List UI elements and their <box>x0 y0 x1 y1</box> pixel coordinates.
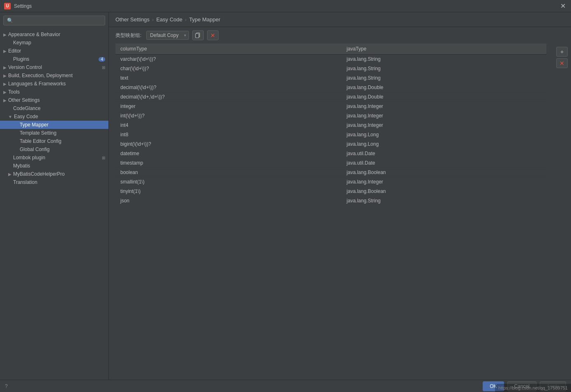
java-type-cell: java.util.Date <box>342 158 546 168</box>
arrow-icon: ▶ <box>3 65 7 70</box>
sidebar-item-lombok-plugin[interactable]: Lombok plugin⊞ <box>0 154 108 162</box>
table-row[interactable]: smallint(1\)java.lang.Integer <box>115 177 546 187</box>
delete-row-button[interactable]: ✕ <box>556 58 568 68</box>
column-type-cell: text <box>115 73 342 83</box>
toolbar: 类型映射组: Default CopyDefault ✕ <box>109 27 571 44</box>
column-type-cell: bigint(\(\d+\))? <box>115 140 342 149</box>
column-type-cell: varchar(\(\d+\))? <box>115 55 342 64</box>
java-type-cell: java.lang.Integer <box>342 121 546 130</box>
java-type-cell: java.lang.Double <box>342 83 546 92</box>
sidebar-item-global-config[interactable]: Global Config <box>0 145 108 154</box>
arrow-icon: ▼ <box>8 115 12 119</box>
sidebar-item-keymap[interactable]: Keymap <box>0 39 108 47</box>
java-type-cell: java.lang.Integer <box>342 111 546 121</box>
column-type-cell: int4 <box>115 121 342 130</box>
column-type-cell: int8 <box>115 130 342 140</box>
toolbar-label: 类型映射组: <box>115 32 141 39</box>
sidebar: ▶Appearance & BehaviorKeymap▶EditorPlugi… <box>0 12 109 380</box>
java-type-cell: java.util.Date <box>342 149 546 158</box>
sidebar-item-label: CodeGlance <box>13 105 105 111</box>
sidebar-item-label: Easy Code <box>14 114 105 119</box>
sidebar-item-label: Version Control <box>8 64 100 70</box>
sidebar-item-label: Translation <box>13 179 105 185</box>
sidebar-item-type-mapper[interactable]: Type Mapper <box>0 121 108 129</box>
java-type-cell: java.lang.Integer <box>342 177 546 187</box>
column-type-cell: timestamp <box>115 158 342 168</box>
right-actions: + ✕ <box>553 44 571 380</box>
svg-rect-1 <box>196 34 199 38</box>
table-row[interactable]: timestampjava.util.Date <box>115 158 546 168</box>
group-dropdown[interactable]: Default CopyDefault <box>146 31 189 40</box>
app-icon: U <box>4 3 11 9</box>
copy-icon: ⊞ <box>102 65 105 70</box>
table-row[interactable]: tinyint(1\)java.lang.Boolean <box>115 187 546 196</box>
column-type-cell: tinyint(1\) <box>115 187 342 196</box>
sidebar-item-easy-code[interactable]: ▼Easy Code <box>0 112 108 121</box>
breadcrumb-separator: › <box>152 16 154 23</box>
column-type-cell: json <box>115 196 342 206</box>
table-row[interactable]: int8java.lang.Long <box>115 130 546 140</box>
sidebar-item-label: Mybatis <box>13 163 105 169</box>
table-row[interactable]: decimal(\(\d+,\d+\))?java.lang.Double <box>115 92 546 102</box>
table-row[interactable]: int4java.lang.Integer <box>115 121 546 130</box>
table-row[interactable]: decimal(\(\d+\))?java.lang.Double <box>115 83 546 92</box>
title-bar: U Settings ✕ <box>0 0 571 12</box>
java-type-cell: java.lang.Long <box>342 140 546 149</box>
table-row[interactable]: char(\(\d+\))?java.lang.String <box>115 64 546 73</box>
sidebar-item-tools[interactable]: ▶Tools <box>0 88 108 96</box>
badge: 4 <box>99 57 105 62</box>
table-row[interactable]: booleanjava.lang.Boolean <box>115 168 546 177</box>
arrow-icon: ▶ <box>3 90 7 94</box>
table-row[interactable]: varchar(\(\d+\))?java.lang.String <box>115 55 546 64</box>
table-row[interactable]: integerjava.lang.Integer <box>115 102 546 111</box>
sidebar-item-label: Languages & Frameworks <box>8 81 105 87</box>
java-type-cell: java.lang.String <box>342 64 546 73</box>
sidebar-item-table-editor-config[interactable]: Table Editor Config <box>0 137 108 145</box>
table-row[interactable]: textjava.lang.String <box>115 73 546 83</box>
sidebar-item-mybatis-code-helper[interactable]: ▶MyBatisCodeHelperPro <box>0 170 108 178</box>
table-row[interactable]: datetimejava.util.Date <box>115 149 546 158</box>
sidebar-item-plugins[interactable]: Plugins4 <box>0 55 108 63</box>
arrow-icon: ▶ <box>3 73 7 78</box>
sidebar-item-languages[interactable]: ▶Languages & Frameworks <box>0 80 108 88</box>
delete-group-button[interactable]: ✕ <box>207 30 219 40</box>
add-icon: + <box>560 48 564 55</box>
sidebar-item-label: Template Setting <box>20 130 105 136</box>
help-button[interactable]: ? <box>5 383 8 389</box>
close-button[interactable]: ✕ <box>559 2 567 10</box>
arrow-icon: ▶ <box>3 82 7 86</box>
content-with-actions: columnType javaType varchar(\(\d+\))?jav… <box>109 44 571 380</box>
bottom-bar: ? OK Cancel Apply <box>0 380 571 392</box>
sidebar-item-label: Editor <box>8 48 105 54</box>
sidebar-item-appearance[interactable]: ▶Appearance & Behavior <box>0 30 108 39</box>
window-title: Settings <box>14 3 559 9</box>
sidebar-item-translation[interactable]: Translation <box>0 178 108 186</box>
column-type-cell: decimal(\(\d+\))? <box>115 83 342 92</box>
breadcrumb: Other Settings›Easy Code›Type Mapper <box>109 12 571 27</box>
sidebar-item-template-setting[interactable]: Template Setting <box>0 129 108 137</box>
sidebar-item-label: Tools <box>8 89 105 95</box>
sidebar-item-label: MyBatisCodeHelperPro <box>13 171 105 177</box>
sidebar-item-codeglance[interactable]: CodeGlance <box>0 104 108 112</box>
sidebar-item-editor[interactable]: ▶Editor <box>0 47 108 55</box>
column-type-cell: datetime <box>115 149 342 158</box>
delete-group-icon: ✕ <box>210 32 215 39</box>
sidebar-item-label: Global Config <box>20 147 105 152</box>
java-type-cell: java.lang.String <box>342 196 546 206</box>
table-row[interactable]: jsonjava.lang.String <box>115 196 546 206</box>
table-row[interactable]: int(\(\d+\))?java.lang.Integer <box>115 111 546 121</box>
add-row-button[interactable]: + <box>556 47 568 57</box>
copy-button[interactable] <box>192 30 204 40</box>
sidebar-item-label: Lombok plugin <box>13 155 100 160</box>
column-type-cell: decimal(\(\d+,\d+\))? <box>115 92 342 102</box>
sidebar-item-label: Keymap <box>13 40 105 46</box>
sidebar-item-version-control[interactable]: ▶Version Control⊞ <box>0 63 108 71</box>
sidebar-item-build[interactable]: ▶Build, Execution, Deployment <box>0 71 108 80</box>
java-type-cell: java.lang.Double <box>342 92 546 102</box>
column-type-cell: char(\(\d+\))? <box>115 64 342 73</box>
search-input[interactable] <box>3 16 105 25</box>
breadcrumb-part: Other Settings <box>115 16 150 23</box>
sidebar-item-other-settings[interactable]: ▶Other Settings <box>0 96 108 104</box>
table-row[interactable]: bigint(\(\d+\))?java.lang.Long <box>115 140 546 149</box>
sidebar-item-mybatis[interactable]: Mybatis <box>0 162 108 170</box>
